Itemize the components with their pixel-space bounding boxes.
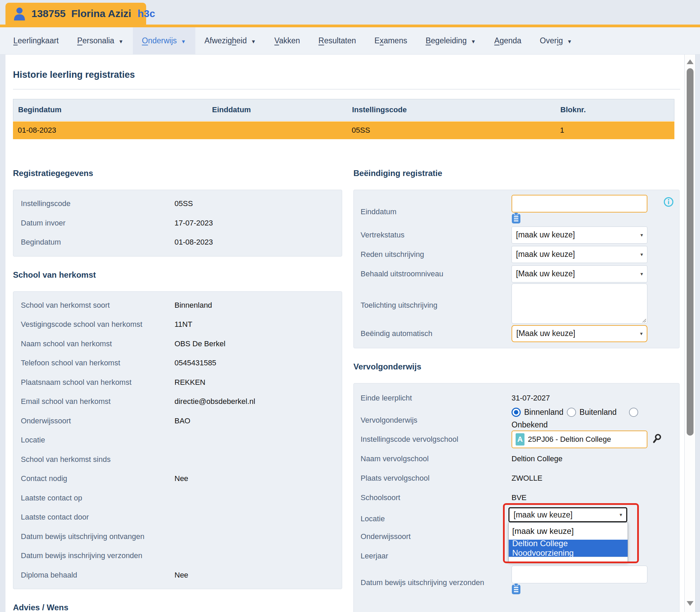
field-value: 11NT: [175, 320, 192, 329]
field-row-begindatum: Begindatum01-08-2023: [13, 233, 342, 252]
field-row-vervolgonderwijs: VervolgonderwijsBinnenlandBuitenlandOnbe…: [361, 408, 672, 430]
nav-item-personalia[interactable]: Personalia▼: [68, 27, 133, 54]
select-reden-uitschrijving[interactable]: [maak uw keuze]▾: [512, 246, 647, 263]
dropdown-options: [maak uw keuze]Deltion College Noodvoorz…: [509, 522, 628, 562]
radio-binnenland[interactable]: [512, 408, 521, 417]
selected-option: [Maak uw keuze]: [516, 269, 575, 278]
field-row-datum-invoer: Datum invoer17-07-2023: [13, 213, 342, 233]
field-label: Locatie: [361, 514, 512, 523]
info-icon[interactable]: [663, 197, 674, 208]
field-label: Contact nodig: [21, 474, 175, 483]
field-value: Nee: [175, 474, 188, 483]
cell-begindatum: 01-08-2023: [13, 126, 207, 135]
search-icon[interactable]: [652, 433, 662, 445]
field-label: School van herkomst sinds: [21, 455, 175, 464]
chevron-down-icon: ▼: [119, 39, 124, 44]
scroll-down-icon[interactable]: [687, 601, 694, 606]
nav-item-afwezigheid[interactable]: Afwezigheid▼: [195, 27, 265, 54]
panel-beeindiging: EinddatumVertrekstatus[maak uw keuze]▾Re…: [353, 190, 679, 348]
section-title-registratiegegevens: Registratiegegevens: [13, 168, 342, 178]
field-row-einde-leerplicht: Einde leerplicht31-07-2027: [361, 388, 672, 408]
select-be-indig-automatisch[interactable]: [Maak uw keuze]▾: [512, 325, 647, 342]
table-row[interactable]: 01-08-202305SS1: [13, 122, 674, 139]
code-input-instellingscode-vervolgschool[interactable]: A25PJ06 - Deltion College: [512, 431, 647, 448]
textarea-toelichting-uitschrijving[interactable]: [512, 283, 647, 324]
nav-item-overig[interactable]: Overig▼: [530, 27, 581, 54]
scroll-up-icon[interactable]: [687, 59, 694, 64]
field-label: Naam vervolgschool: [361, 455, 512, 463]
history-table: BegindatumEinddatumInstellingscodeBloknr…: [13, 99, 674, 139]
field-row-plaats-vervolgschool: Plaats vervolgschoolZWOLLE: [361, 468, 672, 488]
field-label: Behaald uitstroomniveau: [361, 269, 512, 278]
column-header-begindatum: Begindatum: [13, 106, 207, 114]
cell-bloknr: 1: [555, 126, 674, 135]
column-header-einddatum: Einddatum: [207, 106, 347, 114]
code-input-value: 25PJ06 - Deltion College: [528, 435, 611, 444]
nav-item-onderwijs[interactable]: Onderwijs▼: [133, 27, 195, 54]
student-class: h3c: [138, 8, 156, 19]
date-input-datum-bewijs-uitschrijving-verzonden[interactable]: [512, 566, 647, 583]
field-value: BAO: [175, 417, 190, 426]
calendar-icon[interactable]: [512, 590, 521, 596]
radio-onbekend[interactable]: [629, 408, 638, 417]
chevron-down-icon: ▼: [251, 39, 256, 44]
vertical-scrollbar[interactable]: [684, 55, 696, 612]
nav-item-resultaten[interactable]: Resultaten: [309, 27, 365, 54]
field-label: Diploma behaald: [21, 571, 175, 580]
field-row-naam-school-van-herkomst: Naam school van herkomstOBS De Berkel: [13, 334, 342, 354]
radio-group-vervolgonderwijs: BinnenlandBuitenlandOnbekend: [512, 408, 658, 430]
nav-item-examens[interactable]: Examens: [365, 27, 417, 54]
field-value: 17-07-2023: [175, 219, 213, 227]
chevron-down-icon: ▼: [567, 39, 572, 44]
selected-option: [maak uw keuze]: [516, 230, 575, 239]
cell-instellingscode: 05SS: [347, 126, 555, 135]
field-row-locatie: Locatie: [13, 431, 342, 450]
dropdown-option[interactable]: [maak uw keuze]: [509, 523, 628, 540]
selected-option: [maak uw keuze]: [516, 250, 575, 259]
radio-buitenland[interactable]: [567, 408, 576, 417]
autocomplete-badge-icon: A: [516, 433, 525, 446]
section-title-school-van-herkomst: School van herkomst: [13, 270, 342, 280]
scrollbar-thumb[interactable]: [687, 68, 694, 436]
field-label: Begindatum: [21, 238, 175, 247]
field-row-schoolsoort: SchoolsoortBVE: [361, 488, 672, 507]
date-input-einddatum[interactable]: [512, 195, 647, 212]
field-label: Einddatum: [361, 207, 512, 216]
field-row-instellingscode: Instellingscode05SS: [13, 194, 342, 213]
column-header-bloknr: Bloknr.: [555, 106, 674, 114]
field-row-locatie: Locatie[maak uw keuze]Deltion College No…: [361, 507, 672, 527]
field-label: Leerjaar: [361, 552, 512, 560]
chevron-down-icon: ▾: [640, 232, 643, 238]
field-label: Schoolsoort: [361, 493, 512, 502]
student-tab[interactable]: 138755 Florina Azizi h3c: [5, 3, 146, 25]
field-label: Datum bewijs uitschrijving ontvangen: [21, 532, 175, 541]
field-row-reden-uitschrijving: Reden uitschrijving[maak uw keuze]▾: [361, 245, 672, 264]
field-value: 0545431585: [175, 359, 216, 367]
select-behaald-uitstroomniveau[interactable]: [Maak uw keuze]▾: [512, 265, 647, 282]
field-label: Instellingscode vervolgschool: [361, 435, 512, 444]
field-row-plaatsnaam-school-van-herkomst: Plaatsnaam school van herkomstREKKEN: [13, 373, 342, 392]
field-row-datum-bewijs-uitschrijving-verzonden: Datum bewijs uitschrijving verzonden: [361, 566, 672, 596]
calendar-icon[interactable]: [512, 219, 521, 225]
nav-item-leerlingkaart[interactable]: Leerlingkaart: [4, 27, 68, 54]
radio-label: Binnenland: [524, 408, 563, 417]
nav-item-vakken[interactable]: Vakken: [265, 27, 309, 54]
selected-option: [Maak uw keuze]: [516, 329, 575, 338]
field-label: Laatste contact door: [21, 513, 175, 521]
select-locatie[interactable]: [maak uw keuze]▾: [509, 507, 627, 522]
chevron-down-icon: ▼: [471, 39, 476, 44]
nav-item-agenda[interactable]: Agenda: [485, 27, 530, 54]
field-row-email-school-van-herkomst: Email school van herkomstdirectie@obsdeb…: [13, 392, 342, 412]
field-label: Telefoon school van herkomst: [21, 359, 175, 367]
field-row-contact-nodig: Contact nodigNee: [13, 469, 342, 488]
field-label: Vervolgonderwijs: [361, 416, 512, 425]
field-value: directie@obsdeberkel.nl: [175, 397, 255, 406]
dropdown-option[interactable]: Deltion College Noodvoorziening: [509, 540, 628, 557]
nav-bar: LeerlingkaartPersonalia▼Onderwijs▼Afwezi…: [0, 27, 700, 55]
right-column: Beëindiging registratie EinddatumVertrek…: [353, 168, 679, 612]
nav-item-begeleiding[interactable]: Begeleiding▼: [416, 27, 485, 54]
field-value: Nee: [175, 571, 188, 580]
select-vertrekstatus[interactable]: [maak uw keuze]▾: [512, 226, 647, 244]
field-row-vertrekstatus: Vertrekstatus[maak uw keuze]▾: [361, 225, 672, 245]
resize-handle-icon[interactable]: [642, 318, 646, 323]
